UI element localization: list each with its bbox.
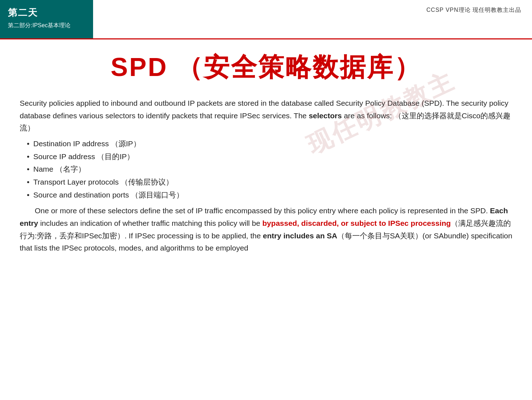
slide-container: 第二天 第二部分:IPSec基本理论 CCSP VPN理论 现任明教教主出品 现… bbox=[0, 0, 532, 400]
bullet-item-2: Source IP address （目的IP） bbox=[27, 150, 512, 163]
bullet-item-3: Name （名字） bbox=[27, 163, 512, 176]
paragraph2-mid: includes an indication of whether traffi… bbox=[38, 219, 262, 227]
bullet-item-1: Destination IP address （源IP） bbox=[27, 137, 512, 150]
header-left: 第二天 第二部分:IPSec基本理论 bbox=[0, 0, 93, 39]
selectors-bold: selectors bbox=[309, 111, 342, 120]
main-title: SPD （安全策略数据库） bbox=[20, 50, 512, 85]
day-title: 第二天 bbox=[8, 6, 85, 19]
bullet-item-5: Source and destination ports （源目端口号） bbox=[27, 189, 512, 201]
bypassed-bold: bypassed, discarded, or subject to IPSec… bbox=[262, 219, 451, 227]
header-right: CCSP VPN理论 现任明教教主出品 bbox=[93, 0, 532, 39]
bullet-list: Destination IP address （源IP） Source IP a… bbox=[27, 137, 512, 201]
bullet-item-4: Transport Layer protocols （传输层协议） bbox=[27, 176, 512, 189]
main-content: SPD （安全策略数据库） Security policies applied … bbox=[0, 39, 532, 265]
header-subtitle: 第二部分:IPSec基本理论 bbox=[8, 22, 85, 29]
paragraph2-cont: . If IPSec processing is to be applied, … bbox=[125, 232, 263, 240]
header-bar: 第二天 第二部分:IPSec基本理论 CCSP VPN理论 现任明教教主出品 bbox=[0, 0, 532, 39]
paragraph-2: One or more of these selectors define th… bbox=[20, 205, 512, 254]
course-info: CCSP VPN理论 现任明教教主出品 bbox=[426, 6, 521, 14]
entry-includes-bold: entry includes an SA bbox=[263, 232, 337, 240]
paragraph2-start: One or more of these selectors define th… bbox=[35, 206, 490, 215]
paragraph-1: Security policies applied to inbound and… bbox=[20, 97, 512, 134]
